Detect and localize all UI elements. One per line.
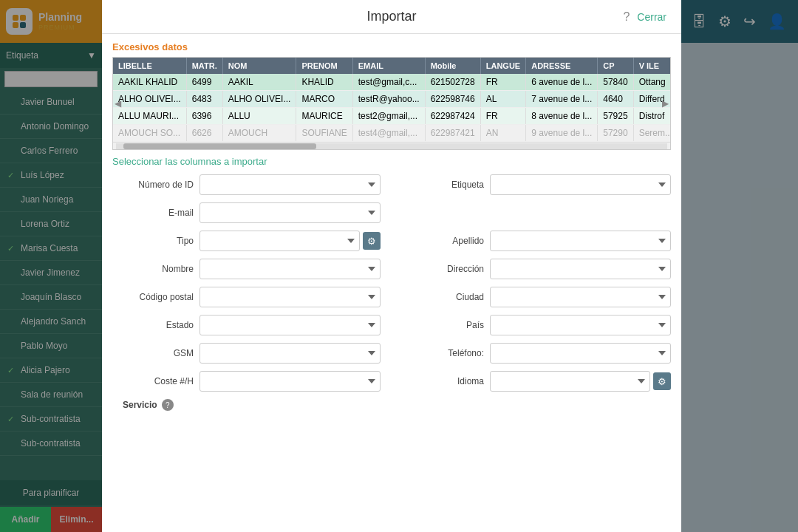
table-cell: AN <box>480 125 525 142</box>
table-section: Excesivos datos LIBELLEMATR.NOMPRENOMEMA… <box>102 34 681 150</box>
table-header: CP <box>598 58 633 74</box>
form-row-right-6: Teléfono: <box>403 343 671 364</box>
form-select-left-2[interactable] <box>200 231 360 251</box>
form-select-wrap-left-0 <box>200 174 381 195</box>
gear-button-right-7[interactable]: ⚙ <box>653 372 671 390</box>
scroll-thumb <box>123 143 316 149</box>
form-select-left-7[interactable] <box>200 371 381 392</box>
form-row-left-5: Estado <box>112 315 381 335</box>
scroll-track <box>116 143 667 149</box>
service-label: Servicio <box>123 400 157 410</box>
form-row-right-3: Dirección <box>403 259 671 279</box>
table-cell: test@gmail,c... <box>352 74 425 91</box>
form-label-left-0: Número de ID <box>112 180 194 190</box>
table-cell: 9 avenue de l... <box>526 125 598 142</box>
table-cell: 57925 <box>598 108 633 125</box>
table-cell: KHALID <box>296 74 352 91</box>
table-cell: SOUFIANE <box>296 125 352 142</box>
form-label-left-4: Código postal <box>112 292 194 302</box>
table-cell: 4640 <box>598 91 633 108</box>
table-cell: test2@gmail,... <box>352 108 425 125</box>
form-select-left-6[interactable] <box>200 343 381 364</box>
form-label-right-6: Teléfono: <box>403 348 484 358</box>
form-label-right-7: Idioma <box>403 376 484 386</box>
form-select-right-6[interactable] <box>490 343 671 364</box>
form-select-wrap-left-1 <box>200 202 381 223</box>
form-label-left-6: GSM <box>112 348 194 358</box>
form-label-left-3: Nombre <box>112 264 194 274</box>
table-cell: 621502728 <box>425 74 480 91</box>
form-select-left-0[interactable] <box>200 174 381 195</box>
select-columns-label: Seleccionar las columnas a importar <box>112 156 671 167</box>
table-header: LANGUE <box>480 58 525 74</box>
modal-close-button[interactable]: Cerrar <box>637 11 666 23</box>
table-cell: testR@yahoo... <box>352 91 425 108</box>
form-label-right-3: Dirección <box>403 264 484 274</box>
form-label-right-5: País <box>403 320 484 330</box>
form-label-left-5: Estado <box>112 320 194 330</box>
scroll-right-icon[interactable]: ▶ <box>662 98 669 109</box>
form-select-right-7[interactable] <box>490 371 650 392</box>
service-help-icon[interactable]: ? <box>162 399 174 411</box>
table-cell: 57290 <box>598 125 633 142</box>
table-header: PRENOM <box>296 58 352 74</box>
table-cell: AL <box>480 91 525 108</box>
table-cell: 57840 <box>598 74 633 91</box>
form-row-left-4: Código postal <box>112 287 381 307</box>
form-select-left-5[interactable] <box>200 315 381 335</box>
form-select-right-2[interactable] <box>490 231 671 251</box>
modal-help-icon[interactable]: ? <box>623 10 630 24</box>
form-label-right-0: Etiqueta <box>403 180 484 190</box>
table-header: MATR. <box>186 58 222 74</box>
gear-button-left-2[interactable]: ⚙ <box>363 232 381 250</box>
form-row-left-7: Coste #/H <box>112 371 381 392</box>
table-row: ALHO OLIVEI...6483ALHO OLIVEI...MARCOtes… <box>113 91 671 108</box>
form-select-right-3[interactable] <box>490 259 671 279</box>
table-cell: ALLU <box>222 108 296 125</box>
form-select-left-4[interactable] <box>200 287 381 307</box>
table-header: ADRESSE <box>526 58 598 74</box>
form-row-left-2: Tipo ⚙ <box>112 231 381 251</box>
form-row-left-3: Nombre <box>112 259 381 279</box>
table-cell: 622598746 <box>425 91 480 108</box>
form-row-right-2: Apellido <box>403 231 671 251</box>
form-select-wrap-left-6 <box>200 343 381 364</box>
form-grid: Número de ID Etiqueta E-mail Tipo ⚙ <box>112 174 671 392</box>
form-select-wrap-left-2: ⚙ <box>200 231 381 251</box>
table-header: NOM <box>222 58 296 74</box>
table-header: Mobile <box>425 58 480 74</box>
form-row-right-7: Idioma ⚙ <box>403 371 671 392</box>
table-header: EMAIL <box>352 58 425 74</box>
table-cell: ALHO OLIVEI... <box>113 91 186 108</box>
form-select-right-4[interactable] <box>490 287 671 307</box>
table-cell: 6483 <box>186 91 222 108</box>
table-header: LIBELLE <box>113 58 186 74</box>
form-row-right-1 <box>403 202 671 223</box>
select-section: Seleccionar las columnas a importar Núme… <box>102 150 681 532</box>
form-row-right-5: País <box>403 315 671 335</box>
modal-title: Importar <box>366 9 416 24</box>
table-cell: 622987424 <box>425 108 480 125</box>
form-select-right-5[interactable] <box>490 315 671 335</box>
form-label-left-1: E-mail <box>112 208 194 218</box>
table-cell: 6396 <box>186 108 222 125</box>
form-select-left-1[interactable] <box>200 202 381 223</box>
table-cell: AMOUCH <box>222 125 296 142</box>
table-cell: FR <box>480 108 525 125</box>
form-select-left-3[interactable] <box>200 259 381 279</box>
form-select-right-0[interactable] <box>490 174 671 195</box>
form-select-wrap-right-3 <box>490 259 671 279</box>
table-cell: MARCO <box>296 91 352 108</box>
table-header: V ILE <box>633 58 671 74</box>
form-select-wrap-left-3 <box>200 259 381 279</box>
form-select-wrap-left-5 <box>200 315 381 335</box>
horizontal-scrollbar[interactable]: ◀ ▶ <box>113 142 670 149</box>
form-label-left-7: Coste #/H <box>112 376 194 386</box>
form-select-wrap-right-6 <box>490 343 671 364</box>
table-cell: 6626 <box>186 125 222 142</box>
scroll-left-icon[interactable]: ◀ <box>115 98 121 109</box>
table-cell: MAURICE <box>296 108 352 125</box>
excess-label: Excesivos datos <box>112 41 671 52</box>
form-label-right-2: Apellido <box>403 236 484 246</box>
form-label-right-4: Ciudad <box>403 292 484 302</box>
